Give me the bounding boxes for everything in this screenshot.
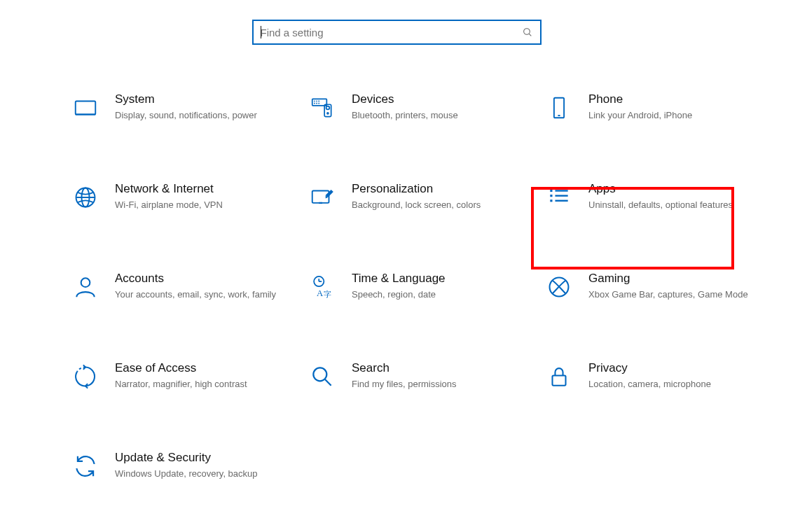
tile-update-security[interactable]: Update & Security Windows Update, recove… [70,445,294,486]
text-cursor [261,26,261,38]
search-row [0,0,793,87]
globe-icon [71,183,99,211]
tile-desc: Uninstall, defaults, optional features [588,199,761,211]
tile-title: Ease of Access [115,361,287,375]
apps-icon [545,183,573,211]
svg-text:A: A [317,288,324,298]
tile-devices[interactable]: Devices Bluetooth, printers, mouse [307,87,531,127]
svg-rect-36 [553,375,566,385]
tile-desc: Speech, region, date [352,288,524,301]
devices-icon [308,94,336,122]
magnifier-icon [308,363,336,391]
tile-title: Accounts [115,272,287,286]
tile-desc: Windows Update, recovery, backup [115,468,287,480]
tile-desc: Wi-Fi, airplane mode, VPN [115,199,287,211]
search-icon[interactable] [522,27,533,38]
svg-point-27 [81,278,90,287]
tile-desc: Link your Android, iPhone [588,109,761,122]
tile-gaming[interactable]: Gaming Xbox Game Bar, captures, Game Mod… [544,266,768,307]
ease-access-icon [71,363,99,391]
phone-icon [545,94,573,122]
tile-desc: Bluetooth, printers, mouse [352,109,524,122]
system-icon [71,94,99,122]
update-icon [71,452,99,480]
tile-accounts[interactable]: Accounts Your accounts, email, sync, wor… [70,266,294,307]
tile-title: Search [352,361,524,375]
time-language-icon: A 字 [308,273,336,301]
svg-rect-21 [550,190,552,192]
svg-line-1 [529,34,531,36]
tile-privacy[interactable]: Privacy Location, camera, microphone [544,356,768,396]
svg-rect-22 [550,195,552,197]
svg-point-13 [327,113,329,114]
search-box[interactable] [252,20,542,45]
tile-title: Update & Security [115,451,287,465]
tile-title: Apps [588,182,761,196]
xbox-icon [545,273,573,301]
tile-phone[interactable]: Phone Link your Android, iPhone [544,87,768,127]
tile-personalization[interactable]: Personalization Background, lock screen,… [307,176,531,217]
tile-title: Time & Language [352,272,524,286]
tile-desc: Your accounts, email, sync, work, family [115,288,287,301]
tile-desc: Location, camera, microphone [588,378,761,391]
tile-title: System [115,92,287,106]
tile-desc: Display, sound, notifications, power [115,109,287,122]
tile-ease-of-access[interactable]: Ease of Access Narrator, magnifier, high… [70,356,294,396]
tile-desc: Narrator, magnifier, high contrast [115,378,287,391]
svg-point-34 [313,368,326,381]
tile-title: Gaming [588,272,761,286]
tile-time-language[interactable]: A 字 Time & Language Speech, region, date [307,266,531,307]
tile-desc: Background, lock screen, colors [352,199,524,211]
search-input[interactable] [261,27,522,38]
tile-desc: Find my files, permissions [352,378,524,391]
tile-title: Devices [352,92,524,106]
tile-network[interactable]: Network & Internet Wi-Fi, airplane mode,… [70,176,294,217]
person-icon [71,273,99,301]
tile-system[interactable]: System Display, sound, notifications, po… [70,87,294,127]
tile-title: Network & Internet [115,182,287,196]
personalization-icon [308,183,336,211]
tile-desc: Xbox Game Bar, captures, Game Mode [588,288,761,301]
svg-point-0 [523,29,530,35]
svg-rect-14 [554,98,564,118]
settings-grid: System Display, sound, notifications, po… [0,87,793,486]
svg-line-35 [325,379,331,386]
lock-icon [545,363,573,391]
tile-title: Phone [588,92,761,106]
svg-text:字: 字 [324,290,331,298]
svg-point-12 [326,106,330,110]
tile-title: Personalization [352,182,524,196]
tile-search[interactable]: Search Find my files, permissions [307,356,531,396]
tile-apps[interactable]: Apps Uninstall, defaults, optional featu… [544,176,768,217]
svg-rect-2 [76,102,96,115]
svg-rect-23 [550,200,552,202]
tile-title: Privacy [588,361,761,375]
